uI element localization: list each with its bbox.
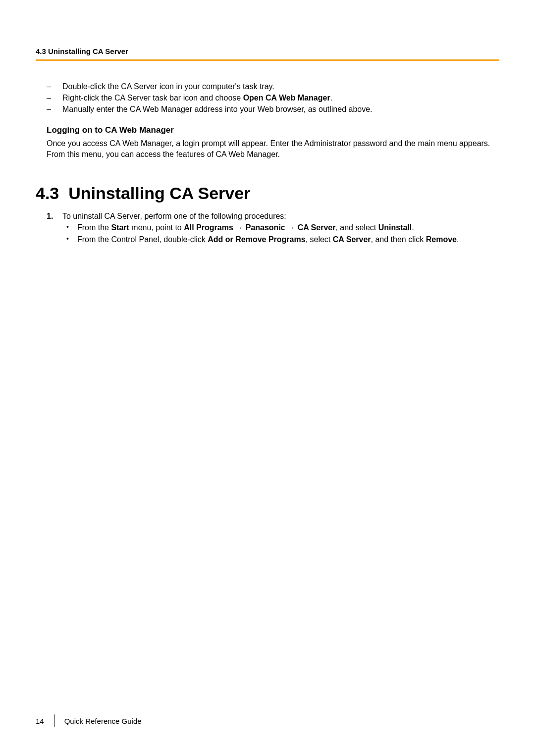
list-text: Double-click the CA Server icon in your … <box>62 82 274 91</box>
text-part: . <box>412 223 414 232</box>
text-part: , and select <box>335 223 378 232</box>
list-item: Right-click the CA Server task bar icon … <box>47 93 499 103</box>
text-part: → <box>233 223 246 232</box>
text-bold: Panasonic <box>246 223 285 232</box>
subsection-text: Once you access CA Web Manager, a login … <box>47 138 499 159</box>
text-bold: Start <box>111 223 129 232</box>
procedure-item: To uninstall CA Server, perform one of t… <box>47 211 499 245</box>
bullet-item: From the Start menu, point to All Progra… <box>62 222 499 233</box>
procedure-list: To uninstall CA Server, perform one of t… <box>36 211 499 245</box>
header-title: 4.3 Uninstalling CA Server <box>36 47 499 55</box>
list-item: Manually enter the CA Web Manager addres… <box>47 104 499 115</box>
text-bold: CA Server <box>298 223 336 232</box>
heading-title: Uninstalling CA Server <box>68 184 250 202</box>
text-part: . <box>457 235 459 244</box>
text-bold: CA Server <box>333 235 371 244</box>
list-text-part: . <box>330 94 332 102</box>
page-footer: 14 Quick Reference Guide <box>36 714 142 727</box>
text-part: menu, point to <box>129 223 184 232</box>
page-header: 4.3 Uninstalling CA Server <box>36 47 499 55</box>
list-text: Manually enter the CA Web Manager addres… <box>62 105 373 113</box>
document-page: 4.3 Uninstalling CA Server Double-click … <box>0 0 535 756</box>
text-part: From the Control Panel, double-click <box>77 235 208 244</box>
subsection: Logging on to CA Web Manager Once you ac… <box>36 125 499 159</box>
subsection-title: Logging on to CA Web Manager <box>47 125 499 135</box>
dash-list: Double-click the CA Server icon in your … <box>36 82 499 114</box>
list-text-bold: Open CA Web Manager <box>243 94 330 102</box>
text-bold: Remove <box>426 235 457 244</box>
text-bold: All Programs <box>184 223 233 232</box>
text-bold: Uninstall <box>378 223 412 232</box>
heading-number: 4.3 <box>36 184 59 202</box>
list-text-part: Right-click the CA Server task bar icon … <box>62 94 243 102</box>
text-part: , select <box>306 235 333 244</box>
header-divider <box>36 59 499 61</box>
bullet-list: From the Start menu, point to All Progra… <box>62 222 499 245</box>
footer-title: Quick Reference Guide <box>64 717 142 725</box>
page-number: 14 <box>36 717 54 725</box>
main-heading: 4.3 Uninstalling CA Server <box>36 184 499 203</box>
bullet-item: From the Control Panel, double-click Add… <box>62 234 499 245</box>
text-part: , and then click <box>371 235 426 244</box>
text-part: → <box>285 223 298 232</box>
text-bold: Add or Remove Programs <box>208 235 305 244</box>
procedure-intro: To uninstall CA Server, perform one of t… <box>62 212 286 220</box>
footer-divider <box>54 714 54 727</box>
list-item: Double-click the CA Server icon in your … <box>47 82 499 92</box>
text-part: From the <box>77 223 111 232</box>
